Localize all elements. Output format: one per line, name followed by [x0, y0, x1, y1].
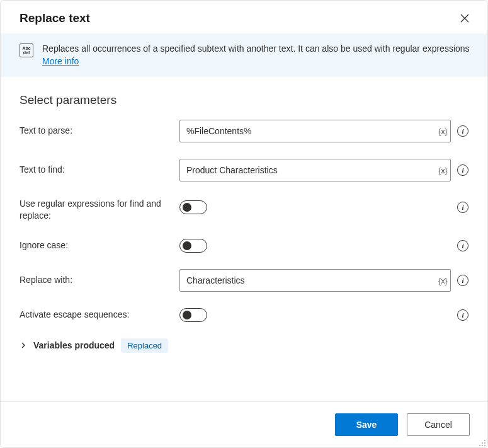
dialog-footer: Save Cancel [1, 401, 487, 447]
more-info-link[interactable]: More info [42, 56, 79, 66]
resize-grip-icon[interactable] [479, 439, 486, 446]
save-button[interactable]: Save [335, 413, 398, 436]
info-icon[interactable]: i [457, 275, 468, 286]
input-text-to-find[interactable] [179, 159, 451, 181]
variables-produced-row[interactable]: Variables produced Replaced [20, 338, 468, 353]
variable-picker-icon[interactable]: {x} [438, 275, 447, 285]
input-replace-with[interactable] [179, 269, 451, 292]
row-use-regex: Use regular expressions for find and rep… [20, 198, 468, 222]
svg-point-2 [484, 442, 485, 444]
label-use-regex: Use regular expressions for find and rep… [20, 198, 173, 222]
replace-text-dialog: Replace text Abc def Replaces all occurr… [0, 0, 488, 448]
parameters-content: Select parameters Text to parse: {x} i T… [1, 77, 487, 401]
variables-produced-label: Variables produced [33, 340, 115, 350]
icon-bottom-text: def [23, 50, 30, 55]
row-text-to-find: Text to find: {x} i [20, 159, 468, 181]
row-text-to-parse: Text to parse: {x} i [20, 120, 468, 142]
info-icon[interactable]: i [457, 164, 468, 176]
svg-point-3 [479, 445, 480, 446]
row-activate-escape: Activate escape sequences: i [20, 308, 468, 322]
banner-description: Replaces all occurrences of a specified … [42, 43, 470, 54]
icon-top-text: Abc [22, 46, 30, 50]
label-text-to-find: Text to find: [20, 164, 173, 176]
label-ignore-case: Ignore case: [20, 239, 173, 252]
label-activate-escape: Activate escape sequences: [20, 309, 173, 321]
title-bar: Replace text [1, 1, 487, 33]
cancel-button[interactable]: Cancel [407, 413, 470, 436]
toggle-ignore-case[interactable] [179, 239, 207, 253]
svg-point-1 [482, 442, 483, 444]
svg-point-0 [484, 440, 485, 441]
section-title: Select parameters [20, 93, 468, 107]
label-replace-with: Replace with: [20, 274, 173, 287]
variable-picker-icon[interactable]: {x} [438, 165, 447, 175]
svg-point-4 [482, 445, 483, 446]
toggle-activate-escape[interactable] [179, 308, 207, 322]
banner-text: Replaces all occurrences of a specified … [42, 42, 472, 68]
abc-def-icon: Abc def [20, 43, 33, 57]
svg-point-5 [484, 445, 485, 446]
info-icon[interactable]: i [457, 202, 468, 213]
dialog-title: Replace text [20, 11, 90, 25]
info-icon[interactable]: i [457, 125, 468, 137]
variable-picker-icon[interactable]: {x} [438, 126, 447, 135]
variable-chip-replaced[interactable]: Replaced [121, 338, 168, 353]
chevron-right-icon [20, 342, 27, 349]
close-button[interactable] [456, 9, 474, 27]
info-icon[interactable]: i [457, 240, 468, 251]
info-icon[interactable]: i [457, 309, 468, 321]
row-ignore-case: Ignore case: i [20, 239, 468, 253]
toggle-use-regex[interactable] [179, 200, 207, 214]
row-replace-with: Replace with: {x} i [20, 269, 468, 292]
description-banner: Abc def Replaces all occurrences of a sp… [1, 33, 487, 77]
close-icon [460, 14, 469, 23]
label-text-to-parse: Text to parse: [20, 125, 173, 137]
input-text-to-parse[interactable] [179, 120, 451, 142]
